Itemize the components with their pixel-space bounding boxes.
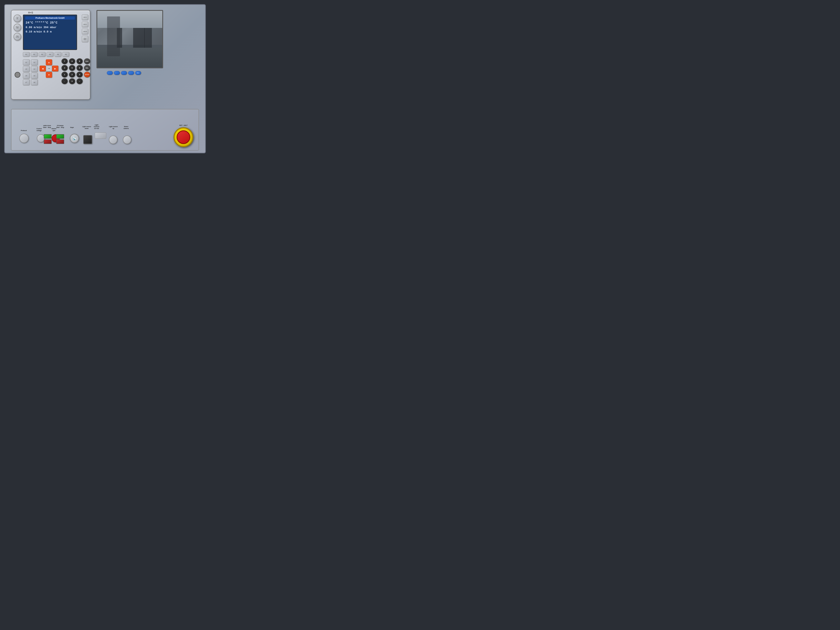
alarms-quit-label: Alarmsquit bbox=[52, 128, 57, 131]
hs-logo: H+S bbox=[28, 11, 33, 14]
light-source-up-label: Light sourceup bbox=[109, 126, 118, 129]
monitor-btn-3[interactable] bbox=[121, 71, 127, 75]
f6-button[interactable]: F6 bbox=[63, 52, 69, 57]
f3-button[interactable]: F3 bbox=[39, 52, 46, 57]
monitor-buttons: Misc bbox=[107, 71, 141, 75]
cable-drum-label: cable drumStart - Stop bbox=[43, 125, 51, 128]
side-buttons-left: UnitOn DProtUSB ProtOn/Off bbox=[14, 14, 21, 40]
numpad: 7 8 9 ESC 4 5 6 DEL 1 2 3 ENTER . 0 − bbox=[62, 58, 91, 84]
not-halt-label: NOT - HALT bbox=[179, 125, 188, 126]
uv-lamps-label: UV-lampsStart - Stop bbox=[56, 125, 64, 128]
l5-button[interactable]: L5 bbox=[23, 73, 30, 79]
hupe-label: Hupe bbox=[70, 127, 74, 128]
fkeys-row: F1 F2 F3 F4 F5 F6 bbox=[23, 52, 69, 57]
prot-onoff-button[interactable]: ProtOn/Off bbox=[14, 33, 21, 40]
select-camera-label: Selectcamera bbox=[123, 126, 129, 129]
l2-button[interactable]: L2 bbox=[31, 59, 38, 65]
monitor-btn-misc[interactable]: Misc bbox=[135, 71, 141, 75]
num-9-button[interactable]: 9 bbox=[76, 58, 83, 64]
uv-lamps-stop-button[interactable] bbox=[56, 139, 64, 144]
not-halt-button[interactable]: NOT - HALT bbox=[174, 127, 193, 147]
hupe-button[interactable]: 📡 bbox=[70, 134, 79, 143]
num-4-button[interactable]: 4 bbox=[62, 65, 68, 71]
l8-button[interactable]: L8 bbox=[31, 79, 38, 85]
l3-button[interactable]: L3 bbox=[23, 66, 30, 72]
1000w-button[interactable]: 1000 W bbox=[82, 29, 88, 34]
wattage-buttons: 400 W 600 W 1000 W ResetMeter bbox=[82, 14, 88, 42]
display-row2: 0.00 m/min 394 mbar bbox=[25, 25, 75, 30]
controller-unit: H+S ProKaero Mechatronik GmbH 24°C *****… bbox=[11, 10, 90, 99]
light-sources-indicator bbox=[95, 133, 106, 139]
cable-drum-controls bbox=[44, 134, 52, 144]
num-7-button[interactable]: 7 bbox=[62, 58, 68, 64]
esc-button[interactable]: ESC bbox=[84, 58, 90, 64]
num-2-button[interactable]: 2 bbox=[69, 72, 75, 77]
monitor-btn-1[interactable] bbox=[107, 71, 113, 75]
num-minus-button[interactable]: − bbox=[76, 78, 83, 84]
monitor-btn-4[interactable] bbox=[128, 71, 134, 75]
f4-button[interactable]: F4 bbox=[47, 52, 53, 57]
tab-button[interactable]: TAB bbox=[46, 66, 52, 71]
uv-lamps-start-button[interactable] bbox=[56, 134, 64, 139]
unit-on-button[interactable]: UnitOn bbox=[14, 14, 21, 22]
l-buttons: L1 L2 L3 L4 L5 L6 L7 L8 bbox=[23, 59, 38, 85]
arrow-right-button[interactable]: ▶ bbox=[52, 66, 58, 71]
l1-button[interactable]: L1 bbox=[23, 59, 30, 65]
num-3-button[interactable]: 3 bbox=[76, 72, 83, 77]
dprot-usb-button[interactable]: DProtUSB bbox=[14, 24, 21, 31]
main-panel: H+S ProKaero Mechatronik GmbH 24°C *****… bbox=[4, 4, 206, 153]
select-camera-button[interactable] bbox=[123, 136, 131, 144]
cable-drum-stop-button[interactable] bbox=[44, 139, 52, 144]
f2-button[interactable]: F2 bbox=[31, 52, 38, 57]
light-source-up-button[interactable] bbox=[109, 136, 117, 144]
control-voltage-label: Controlvoltage bbox=[36, 128, 42, 131]
l4-button[interactable]: L4 bbox=[31, 66, 38, 72]
uv-lamps-controls bbox=[56, 134, 64, 144]
cable-drum-start-button[interactable] bbox=[44, 134, 52, 139]
l7-button[interactable]: L7 bbox=[23, 79, 30, 85]
arrow-buttons: ▲ ◀ TAB ▶ ▼ bbox=[39, 59, 58, 78]
camera-monitor bbox=[96, 10, 163, 68]
f1-button[interactable]: F1 bbox=[23, 52, 30, 57]
arrow-up-button[interactable]: ▲ bbox=[46, 59, 52, 65]
enter-button[interactable]: ENTER bbox=[84, 72, 90, 77]
not-halt-inner bbox=[177, 130, 190, 144]
num-1-button[interactable]: 1 bbox=[62, 72, 68, 77]
reset-meter-button[interactable]: ResetMeter bbox=[82, 36, 88, 42]
arrow-left-button[interactable]: ◀ bbox=[39, 66, 46, 71]
light-source-down-button[interactable] bbox=[83, 135, 92, 144]
400w-button[interactable]: 400 W bbox=[82, 14, 88, 20]
monitor-btn-2[interactable] bbox=[114, 71, 120, 75]
f5-button[interactable]: F5 bbox=[55, 52, 61, 57]
num-5-button[interactable]: 5 bbox=[69, 65, 75, 71]
protocol-button[interactable] bbox=[19, 134, 28, 143]
protocol-label: Protocol bbox=[21, 130, 27, 131]
camera-feed bbox=[97, 11, 162, 68]
display-screen: ProKaero Mechatronik GmbH 24°C *****°C 2… bbox=[23, 14, 77, 50]
bottom-controls: Protocol Controlvoltage Alarmsquit cable… bbox=[11, 109, 199, 151]
light-source-down-label: Light sourcedown bbox=[82, 126, 91, 129]
display-company: ProKaero Mechatronik GmbH bbox=[25, 16, 75, 20]
l6-button[interactable]: L6 bbox=[31, 73, 38, 79]
arrow-down-button[interactable]: ▼ bbox=[46, 72, 52, 78]
num-6-button[interactable]: 6 bbox=[76, 65, 83, 71]
display-row1: 24°C *****°C 25°C bbox=[25, 21, 75, 25]
del-button[interactable]: DEL bbox=[84, 65, 90, 71]
key-switch[interactable] bbox=[14, 72, 21, 78]
display-row3: 0.10 m/min 0.0 m bbox=[25, 30, 75, 34]
num-dot-button[interactable]: . bbox=[62, 78, 68, 84]
600w-button[interactable]: 600 W bbox=[82, 22, 88, 27]
num-8-button[interactable]: 8 bbox=[69, 58, 75, 64]
num-0-button[interactable]: 0 bbox=[69, 78, 75, 84]
light-sources-label: Lightsources1/1+2/2 bbox=[94, 124, 99, 129]
